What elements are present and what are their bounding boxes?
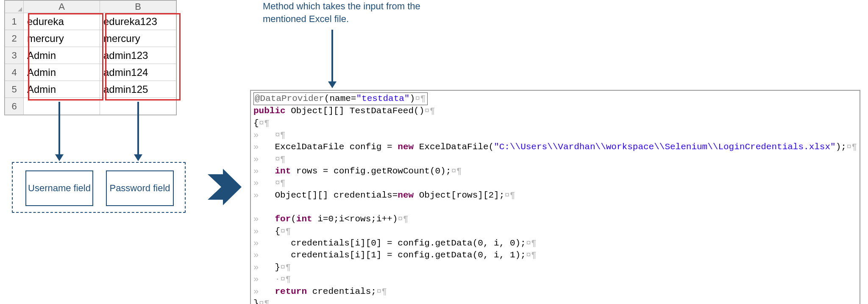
cell-b1[interactable]: edureka123: [100, 13, 176, 30]
cell-b2[interactable]: mercury: [100, 30, 176, 47]
cell-a2[interactable]: mercury: [24, 30, 100, 47]
row-header-3[interactable]: 3: [5, 47, 24, 64]
cell-a4[interactable]: Admin: [24, 64, 100, 81]
code-text: @DataProvider(name="testdata")¤¶ public …: [253, 92, 857, 304]
row-header-4[interactable]: 4: [5, 64, 24, 81]
cell-a6[interactable]: [24, 98, 100, 115]
row-header-6[interactable]: 6: [5, 98, 24, 115]
password-field-box: Password field: [106, 170, 174, 206]
cell-a3[interactable]: Admin: [24, 47, 100, 64]
method-caption: Method which takes the input from the me…: [263, 0, 432, 25]
cell-b4[interactable]: admin124: [100, 64, 176, 81]
select-all-corner[interactable]: [5, 1, 24, 13]
excel-table-wrap: A B 1 edureka edureka123 2 mercury mercu…: [4, 0, 177, 115]
row-header-5[interactable]: 5: [5, 81, 24, 98]
cell-b5[interactable]: admin125: [100, 81, 176, 98]
svg-marker-0: [208, 169, 242, 205]
big-arrow-icon: [208, 169, 242, 205]
row-header-1[interactable]: 1: [5, 13, 24, 30]
col-header-a[interactable]: A: [24, 1, 100, 13]
fields-group-outline: Username field Password field: [12, 162, 186, 213]
cell-a1[interactable]: edureka: [24, 13, 100, 30]
code-snippet: @DataProvider(name="testdata")¤¶ public …: [250, 90, 860, 304]
cell-a5[interactable]: Admin: [24, 81, 100, 98]
cell-b3[interactable]: admin123: [100, 47, 176, 64]
col-header-b[interactable]: B: [100, 1, 176, 13]
row-header-2[interactable]: 2: [5, 30, 24, 47]
username-field-box: Username field: [25, 170, 93, 206]
excel-table: A B 1 edureka edureka123 2 mercury mercu…: [5, 0, 176, 115]
arrow-caption-to-code: [331, 30, 333, 82]
